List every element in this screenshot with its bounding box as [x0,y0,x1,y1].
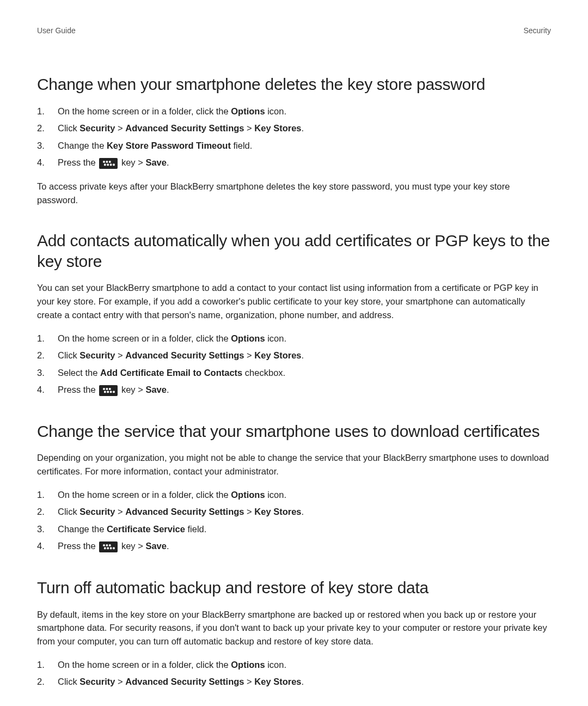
step-text: > [115,123,125,133]
bold-text: Security [79,123,115,133]
bold-text: Key Stores [254,507,301,516]
step-text: . [167,385,169,394]
step-item: On the home screen or in a folder, click… [37,658,551,672]
section-after-note: To access private keys after your BlackB… [37,180,551,207]
step-text: icon. [265,660,286,670]
step-text: On the home screen or in a folder, click… [58,660,231,670]
step-item: On the home screen or in a folder, click… [37,332,551,346]
step-text: On the home screen or in a folder, click… [58,490,231,500]
section-heading: Turn off automatic backup and restore of… [37,577,551,598]
step-item: Press the key > Save. [37,156,551,170]
step-text: > [115,677,125,686]
section-heading: Add contacts automatically when you add … [37,230,551,271]
step-text: On the home screen or in a folder, click… [58,106,231,116]
step-text: Click [58,677,79,686]
bold-text: Options [231,333,265,343]
step-item: Change the Certificate Service field. [37,522,551,537]
header-right: Security [523,26,551,35]
step-text: . [302,123,304,133]
bold-text: Save [145,541,167,551]
bold-text: Security [79,507,115,516]
step-text: Change the [58,141,107,150]
bold-text: Add Certificate Email to Contacts [100,368,242,378]
bold-text: Key Stores [254,123,301,133]
blackberry-menu-key-icon [99,158,118,169]
bold-text: Key Stores [254,350,301,360]
step-text: . [167,157,169,167]
step-item: Press the key > Save. [37,539,551,553]
step-list: On the home screen or in a folder, click… [37,658,551,689]
bold-text: Save [145,157,167,167]
bold-text: Save [145,385,167,394]
step-item: Click Security > Advanced Security Setti… [37,505,551,519]
section-intro: Depending on your organization, you migh… [37,451,551,478]
step-text: Select the [58,368,100,378]
bold-text: Key Stores [254,677,301,686]
bold-text: Security [79,677,115,686]
step-text: Click [58,123,79,133]
bold-text: Advanced Security Settings [125,123,244,133]
bold-text: Options [231,490,265,500]
section-intro: You can set your BlackBerry smartphone t… [37,281,551,321]
blackberry-menu-key-icon [99,541,118,552]
step-list: On the home screen or in a folder, click… [37,332,551,397]
section: Change the service that your smartphone … [37,421,551,553]
bold-text: Advanced Security Settings [125,677,244,686]
step-text: > [244,123,255,133]
step-text: Press the [58,157,98,167]
step-text: Click [58,350,79,360]
step-text: key > [119,541,145,551]
step-item: On the home screen or in a folder, click… [37,488,551,502]
step-text: > [115,507,125,516]
step-text: . [302,350,304,360]
step-text: On the home screen or in a folder, click… [58,333,231,343]
step-item: Select the Add Certificate Email to Cont… [37,366,551,380]
step-list: On the home screen or in a folder, click… [37,105,551,170]
step-text: > [244,677,255,686]
step-item: Click Security > Advanced Security Setti… [37,675,551,689]
section: Add contacts automatically when you add … [37,230,551,397]
step-text: . [302,507,304,516]
bold-text: Advanced Security Settings [125,350,244,360]
step-text: > [244,350,255,360]
step-text: checkbox. [242,368,285,378]
bold-text: Options [231,106,265,116]
step-text: field. [231,141,252,150]
bold-text: Options [231,660,265,670]
section-heading: Change when your smartphone deletes the … [37,74,551,95]
page-header: User Guide Security [37,26,551,35]
section-intro: By default, items in the key store on yo… [37,608,551,648]
page-content: Change when your smartphone deletes the … [37,74,551,689]
step-text: Press the [58,541,98,551]
step-text: Change the [58,524,107,534]
step-text: field. [185,524,206,534]
step-text: key > [119,385,145,394]
section-heading: Change the service that your smartphone … [37,421,551,442]
step-item: Click Security > Advanced Security Setti… [37,121,551,136]
step-item: Change the Key Store Password Timeout fi… [37,139,551,153]
step-text: key > [119,157,145,167]
step-item: On the home screen or in a folder, click… [37,105,551,119]
step-text: icon. [265,333,286,343]
bold-text: Security [79,350,115,360]
step-text: > [244,507,255,516]
step-item: Click Security > Advanced Security Setti… [37,349,551,363]
step-list: On the home screen or in a folder, click… [37,488,551,553]
bold-text: Certificate Service [107,524,185,534]
section: Turn off automatic backup and restore of… [37,577,551,689]
step-text: . [302,677,304,686]
step-item: Press the key > Save. [37,383,551,397]
step-text: Press the [58,385,98,394]
blackberry-menu-key-icon [99,385,118,396]
bold-text: Advanced Security Settings [125,507,244,516]
header-left: User Guide [37,26,76,35]
step-text: > [115,350,125,360]
step-text: Click [58,507,79,516]
bold-text: Key Store Password Timeout [107,141,231,150]
step-text: . [167,541,169,551]
section: Change when your smartphone deletes the … [37,74,551,206]
step-text: icon. [265,490,286,500]
step-text: icon. [265,106,286,116]
